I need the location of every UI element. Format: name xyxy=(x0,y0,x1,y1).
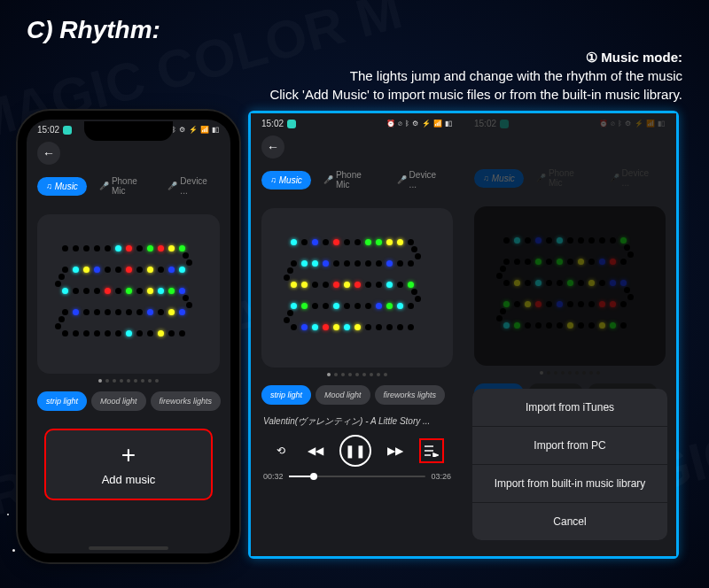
tab-device[interactable]: 🎤Device ... xyxy=(159,172,220,200)
header: C) Rhythm: ① Music mode: The lights jump… xyxy=(0,0,709,111)
status-bar: 15:02 ⏰ ⊘ ᛒ ⚙ ⚡ 📶 ▮▯ xyxy=(251,113,464,130)
time-total: 03:26 xyxy=(431,472,451,481)
page-indicator xyxy=(27,379,230,383)
phone-1: 15:02 ⏰ ⊘ ᛒ ⚙ ⚡ 📶 ▮▯ ← ♫Music 🎤Phone Mic… xyxy=(18,111,239,562)
tab-device[interactable]: 🎤Device ... xyxy=(388,166,453,194)
mic-icon: 🎤 xyxy=(99,182,109,190)
pill-strip-light[interactable]: strip light xyxy=(37,391,87,411)
tab-row: ♫Music 🎤Phone Mic 🎤Device ... xyxy=(27,170,230,209)
pill-strip-light[interactable]: strip light xyxy=(261,385,311,405)
import-itunes[interactable]: Import from iTunes xyxy=(472,389,667,427)
led-visualizer xyxy=(474,206,666,366)
status-icons: ⏰ ⊘ ᛒ ⚙ ⚡ 📶 ▮▯ xyxy=(386,120,453,128)
tab-phone-mic[interactable]: 🎤Phone Mic xyxy=(315,166,385,194)
queue-button[interactable] xyxy=(419,438,444,463)
pill-mood-light[interactable]: Mood light xyxy=(316,385,370,405)
pill-fireworks-lights[interactable]: fireworks lights xyxy=(375,385,446,405)
add-music-label: Add music xyxy=(102,473,156,486)
page-indicator xyxy=(251,373,464,376)
desc-line-2: Click 'Add Music' to import music files … xyxy=(27,85,682,104)
music-icon: ♫ xyxy=(46,182,52,190)
add-music-button[interactable]: + Add music xyxy=(44,429,213,500)
led-visualizer xyxy=(261,208,453,368)
tab-row: ♫Music 🎤Phone Mic 🎤Device ... xyxy=(464,162,676,201)
phone-2: 15:02 ⏰ ⊘ ᛒ ⚙ ⚡ 📶 ▮▯ ← ♫Music 🎤Phone Mic… xyxy=(251,113,464,556)
track-title: Valentin(ヴァレンティン) - A Little Story ... xyxy=(263,415,451,428)
tab-music[interactable]: ♫Music xyxy=(261,171,311,190)
tab-phone-mic[interactable]: 🎤Phone Mic xyxy=(90,172,155,200)
tab-music[interactable]: ♫Music xyxy=(37,177,87,196)
now-playing: Valentin(ヴァレンティン) - A Little Story ... ⟲… xyxy=(263,415,451,481)
back-button[interactable]: ← xyxy=(261,135,284,159)
import-pc[interactable]: Import from PC xyxy=(472,427,667,465)
section-title: C) Rhythm: xyxy=(27,16,682,44)
desc-line-1: The lights jump and change with the rhyt… xyxy=(27,66,682,85)
tab-music: ♫Music xyxy=(474,169,524,188)
phone-3: 15:02 ⏰ ⊘ ᛒ ⚙ ⚡ 📶 ▮▯ ♫Music 🎤Phone Mic 🎤… xyxy=(464,113,676,556)
status-time: 15:02 xyxy=(474,119,496,128)
progress-slider[interactable] xyxy=(289,476,426,477)
status-time: 15:02 xyxy=(261,119,284,128)
status-bar: 15:02 ⏰ ⊘ ᛒ ⚙ ⚡ 📶 ▮▯ xyxy=(464,113,676,130)
pause-button[interactable]: ❚❚ xyxy=(339,435,371,467)
next-button[interactable]: ▶▶ xyxy=(385,440,406,461)
tab-phone-mic: 🎤Phone Mic xyxy=(527,164,597,192)
status-icons: ⏰ ⊘ ᛒ ⚙ ⚡ 📶 ▮▯ xyxy=(599,120,666,128)
playlist-icon xyxy=(425,445,439,457)
status-icons: ⏰ ⊘ ᛒ ⚙ ⚡ 📶 ▮▯ xyxy=(153,126,220,134)
import-builtin[interactable]: Import from built-in music library xyxy=(472,465,667,503)
led-visualizer xyxy=(37,214,220,374)
status-bar: 15:02 ⏰ ⊘ ᛒ ⚙ ⚡ 📶 ▮▯ xyxy=(27,120,230,136)
music-icon: ♫ xyxy=(270,175,277,184)
time-elapsed: 00:32 xyxy=(263,472,284,481)
import-cancel[interactable]: Cancel xyxy=(472,503,667,540)
pill-mood-light[interactable]: Mood light xyxy=(91,391,146,411)
back-button[interactable]: ← xyxy=(37,142,60,165)
mode-title: ① Music mode: xyxy=(27,48,682,66)
mode-row: strip light Mood light fireworks lights xyxy=(251,382,464,408)
status-time: 15:02 xyxy=(37,125,59,135)
mic-icon: 🎤 xyxy=(397,175,407,184)
import-menu: Import from iTunes Import from PC Import… xyxy=(472,389,667,540)
shuffle-button[interactable]: ⟲ xyxy=(270,440,292,461)
tab-row: ♫Music 🎤Phone Mic 🎤Device ... xyxy=(251,164,464,203)
tab-device: 🎤Device ... xyxy=(601,164,666,192)
prev-button[interactable]: ◀◀ xyxy=(305,440,326,461)
mic-icon: 🎤 xyxy=(168,182,177,190)
mic-icon: 🎤 xyxy=(323,175,333,184)
plus-icon: + xyxy=(121,443,136,468)
mode-row: strip light Mood light fireworks lights xyxy=(27,388,230,414)
pill-fireworks-lights[interactable]: fireworks lights xyxy=(151,391,222,411)
